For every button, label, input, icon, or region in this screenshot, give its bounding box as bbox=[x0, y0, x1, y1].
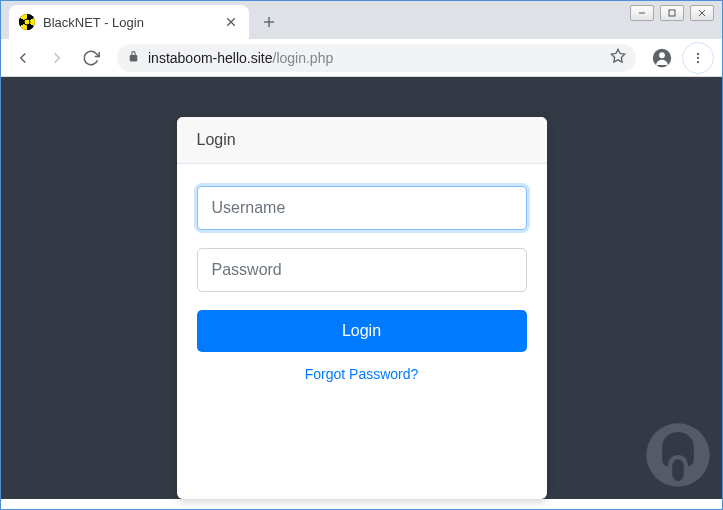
password-input[interactable] bbox=[197, 248, 527, 292]
new-tab-button[interactable] bbox=[255, 8, 283, 36]
browser-tab[interactable]: BlackNET - Login bbox=[9, 5, 249, 39]
back-button[interactable] bbox=[9, 44, 37, 72]
svg-point-13 bbox=[697, 60, 699, 62]
svg-point-11 bbox=[697, 52, 699, 54]
favicon-icon bbox=[19, 14, 35, 30]
card-body: Login Forgot Password? bbox=[177, 164, 547, 400]
browser-menu-button[interactable] bbox=[682, 42, 714, 74]
tab-title: BlackNET - Login bbox=[43, 15, 215, 30]
close-tab-button[interactable] bbox=[223, 14, 239, 30]
browser-toolbar: instaboom-hello.site/login.php bbox=[1, 39, 722, 77]
reload-button[interactable] bbox=[77, 44, 105, 72]
tab-strip: BlackNET - Login bbox=[1, 1, 722, 39]
minimize-button[interactable] bbox=[630, 5, 654, 21]
forward-button[interactable] bbox=[43, 44, 71, 72]
window-controls bbox=[630, 5, 714, 21]
svg-rect-1 bbox=[669, 10, 675, 16]
maximize-button[interactable] bbox=[660, 5, 684, 21]
username-input[interactable] bbox=[197, 186, 527, 230]
forgot-password-link[interactable]: Forgot Password? bbox=[197, 366, 527, 382]
lock-icon bbox=[127, 50, 140, 66]
svg-point-12 bbox=[697, 56, 699, 58]
page-content: Login Login Forgot Password? bbox=[1, 77, 722, 499]
url-path: /login.php bbox=[273, 50, 334, 66]
watermark-icon bbox=[642, 419, 714, 491]
bookmark-star-icon[interactable] bbox=[610, 48, 626, 67]
card-header: Login bbox=[177, 117, 547, 164]
svg-marker-8 bbox=[611, 49, 624, 62]
login-button[interactable]: Login bbox=[197, 310, 527, 352]
address-bar[interactable]: instaboom-hello.site/login.php bbox=[117, 44, 636, 72]
profile-button[interactable] bbox=[648, 44, 676, 72]
login-card: Login Login Forgot Password? bbox=[177, 117, 547, 499]
close-window-button[interactable] bbox=[690, 5, 714, 21]
svg-point-10 bbox=[659, 52, 665, 58]
url-domain: instaboom-hello.site bbox=[148, 50, 273, 66]
url-text: instaboom-hello.site/login.php bbox=[148, 50, 333, 66]
